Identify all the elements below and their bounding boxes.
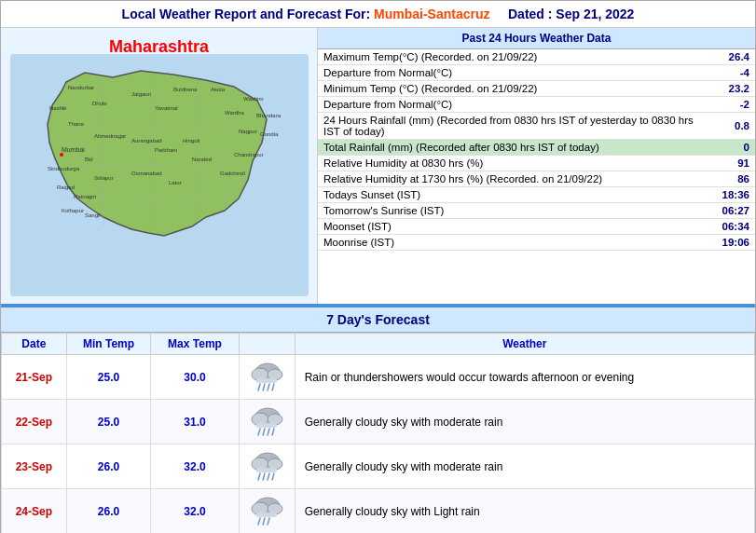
svg-line-68: [258, 518, 260, 525]
forecast-col-header: Weather: [295, 334, 754, 355]
past24-label: Minimum Temp (°C) (Recorded. on 21/09/22…: [318, 81, 713, 97]
svg-text:Dhule: Dhule: [92, 101, 107, 106]
svg-text:Buldhana: Buldhana: [173, 87, 198, 92]
past24-value: 0.8: [713, 113, 755, 140]
past24-row: Relative Humidity at 0830 hrs (%) 91: [318, 156, 755, 171]
svg-line-62: [268, 473, 269, 480]
past24-row: Maximum Temp(°C) (Recorded. on 21/09/22)…: [318, 49, 755, 65]
svg-text:Thane: Thane: [68, 121, 85, 127]
svg-text:Solapur: Solapur: [94, 175, 114, 181]
forecast-col-header: Date: [2, 334, 67, 355]
svg-line-46: [268, 384, 269, 390]
svg-line-55: [272, 429, 274, 435]
svg-text:Akola: Akola: [211, 87, 226, 92]
svg-text:Gondia: Gondia: [260, 131, 279, 137]
header-location: Mumbai-Santacruz: [374, 7, 489, 21]
svg-text:Nanded: Nanded: [192, 157, 212, 162]
svg-text:Ahmednagar: Ahmednagar: [94, 133, 126, 139]
forecast-row: 23-Sep26.032.0 Generally cloudy sky with…: [2, 444, 755, 489]
past24-row: Departure from Normal(°C) -2: [318, 97, 755, 113]
header-title: Local Weather Report and Forecast For:: [122, 7, 371, 21]
forecast-weather-icon: [239, 489, 295, 534]
past24-row: Total Rainfall (mm) (Recorded after 0830…: [318, 140, 755, 156]
forecast-date: 24-Sep: [2, 489, 67, 534]
past24-label: Relative Humidity at 1730 hrs (%) (Recor…: [318, 171, 713, 187]
svg-text:Sangli: Sangli: [85, 212, 101, 218]
forecast-table: DateMin TempMax TempWeather 21-Sep25.030…: [1, 333, 755, 533]
forecast-header: 7 Day's Forecast: [1, 308, 755, 333]
svg-text:Nagpur: Nagpur: [239, 129, 257, 134]
header-dated-label: Dated :: [508, 7, 552, 21]
forecast-weather-icon: [239, 355, 295, 400]
svg-text:Hingoli: Hingoli: [183, 138, 199, 144]
svg-text:Ratnagiri: Ratnagiri: [74, 194, 96, 199]
past24-value: 0: [713, 140, 755, 156]
weather-data-section: Past 24 Hours Weather Data Maximum Temp(…: [318, 28, 755, 304]
svg-text:Gadchiroli: Gadchiroli: [220, 171, 245, 176]
forecast-max-temp: 31.0: [151, 400, 239, 444]
svg-text:Osmanabad: Osmanabad: [131, 171, 162, 176]
past24-value: 26.4: [713, 49, 755, 65]
svg-text:Washim: Washim: [243, 96, 263, 102]
past24-row: Departure from Normal(°C) -4: [318, 65, 755, 81]
svg-text:Nashik: Nashik: [49, 105, 67, 111]
svg-line-69: [263, 518, 265, 525]
svg-text:Jalgaon: Jalgaon: [131, 91, 151, 97]
svg-text:Nandurbar: Nandurbar: [68, 85, 94, 90]
forecast-weather-desc: Rain or thundershowers would occur towar…: [295, 355, 754, 400]
forecast-row: 24-Sep26.032.0 Generally cloudy sky with…: [2, 489, 755, 534]
forecast-min-temp: 26.0: [66, 489, 151, 534]
maharashtra-map: Mumbai Thane Nashik Dhule Jalgaon Buldha…: [10, 54, 309, 296]
svg-text:Latur: Latur: [169, 180, 182, 185]
forecast-row: 21-Sep25.030.0 Rain or thundershowers wo…: [2, 355, 755, 400]
past24-label: Total Rainfall (mm) (Recorded after 0830…: [318, 140, 713, 156]
past24-header: Past 24 Hours Weather Data: [318, 28, 755, 49]
svg-line-47: [272, 384, 274, 390]
forecast-min-temp: 26.0: [66, 444, 151, 489]
svg-line-54: [268, 429, 269, 435]
svg-text:Raigad: Raigad: [57, 184, 75, 190]
svg-text:Mumbai: Mumbai: [62, 146, 85, 153]
map-title: Maharashtra: [1, 37, 317, 57]
svg-text:Wardha: Wardha: [225, 110, 244, 116]
past24-label: Tomorrow's Sunrise (IST): [318, 203, 713, 219]
svg-text:Chandrapur: Chandrapur: [234, 152, 264, 157]
svg-rect-59: [256, 468, 277, 472]
past24-value: 91: [713, 156, 755, 171]
past24-row: Todays Sunset (IST) 18:36: [318, 187, 755, 203]
header-date: Sep 21, 2022: [556, 7, 634, 21]
forecast-section: 7 Day's Forecast DateMin TempMax TempWea…: [1, 306, 755, 533]
past24-row: Moonrise (IST) 19:06: [318, 235, 755, 251]
svg-line-44: [258, 384, 260, 390]
forecast-max-temp: 30.0: [151, 355, 239, 400]
forecast-weather-desc: Generally cloudy sky with moderate rain: [295, 400, 754, 444]
past24-label: 24 Hours Rainfall (mm) (Recorded from 08…: [318, 113, 713, 140]
past24-value: -2: [713, 97, 755, 113]
page-header: Local Weather Report and Forecast For: M…: [1, 1, 755, 28]
svg-rect-43: [256, 378, 277, 383]
past24-label: Departure from Normal(°C): [318, 65, 713, 81]
svg-line-53: [263, 429, 265, 435]
forecast-max-temp: 32.0: [151, 489, 239, 534]
map-section: Maharashtra Mumbai: [1, 28, 318, 304]
past24-label: Relative Humidity at 0830 hrs (%): [318, 156, 713, 171]
past24-row: Tomorrow's Sunrise (IST) 06:27: [318, 203, 755, 219]
forecast-date: 23-Sep: [2, 444, 67, 489]
past24-value: 23.2: [713, 81, 755, 97]
past24-value: 06:27: [713, 203, 755, 219]
past24-label: Todays Sunset (IST): [318, 187, 713, 203]
forecast-weather-desc: Generally cloudy sky with Light rain: [295, 489, 754, 534]
svg-text:Sindhudurga: Sindhudurga: [48, 166, 80, 171]
past24-value: 18:36: [713, 187, 755, 203]
svg-text:Bhandara: Bhandara: [256, 113, 282, 118]
past24-label: Maximum Temp(°C) (Recorded. on 21/09/22): [318, 49, 713, 65]
forecast-date: 22-Sep: [2, 400, 67, 444]
forecast-col-header: Min Temp: [66, 334, 151, 355]
past24-row: Minimum Temp (°C) (Recorded. on 21/09/22…: [318, 81, 755, 97]
svg-line-52: [258, 429, 260, 435]
svg-rect-67: [256, 512, 277, 517]
main-container: Local Weather Report and Forecast For: M…: [0, 0, 756, 533]
svg-line-61: [263, 473, 265, 480]
svg-text:Yavatmal: Yavatmal: [155, 105, 178, 111]
forecast-weather-icon: [239, 400, 295, 444]
